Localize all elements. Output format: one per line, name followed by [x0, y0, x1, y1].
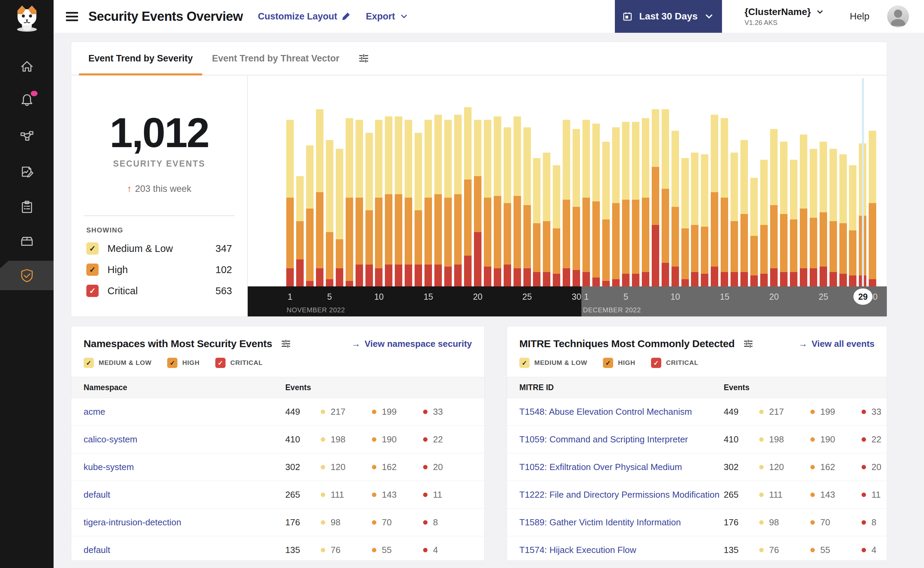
chart-bar-nov-5[interactable] [326, 140, 333, 286]
chart-bar-dec-5[interactable] [622, 122, 630, 286]
chart-bar-nov-7[interactable] [346, 118, 353, 286]
medium_low-checkbox[interactable]: ✓ [84, 358, 94, 368]
chart-bar-nov-24[interactable] [514, 116, 521, 286]
filter-medium_low[interactable]: ✓MEDIUM & LOW [84, 358, 152, 368]
chart-bar-nov-25[interactable] [523, 127, 531, 286]
chart-bar-dec-24[interactable] [810, 149, 817, 286]
chart-bar-nov-28[interactable] [553, 165, 560, 286]
filter-medium_low[interactable]: ✓MEDIUM & LOW [519, 358, 587, 368]
chart-bar-nov-9[interactable] [365, 133, 373, 286]
chart-bar-dec-14[interactable] [711, 115, 718, 286]
row-link[interactable]: T1589: Gather Victim Identity Informatio… [507, 517, 681, 528]
chart-bar-dec-9[interactable] [662, 109, 669, 286]
current-day-badge[interactable]: 29 [853, 289, 873, 305]
chart-bar-nov-19[interactable] [464, 107, 472, 286]
chart-bar-dec-10[interactable] [671, 131, 679, 286]
chart-bar-dec-4[interactable] [612, 127, 620, 286]
chart-bar-dec-18[interactable] [750, 178, 758, 286]
chart-bar-nov-3[interactable] [306, 145, 314, 286]
chart-bar-dec-12[interactable] [691, 153, 698, 286]
chart-bar-dec-6[interactable] [632, 122, 639, 286]
hamburger-menu-icon[interactable] [66, 10, 78, 23]
filter-critical[interactable]: ✓CRITICAL [215, 358, 263, 368]
chart-bar-nov-15[interactable] [425, 120, 432, 286]
legend-row-high[interactable]: ✓High102 [86, 263, 232, 276]
chart-bar-nov-11[interactable] [385, 116, 392, 286]
help-link[interactable]: Help [850, 11, 870, 22]
tab-event-trend-by-threat-vector[interactable]: Event Trend by Threat Vector [202, 42, 349, 75]
medium_low-checkbox[interactable]: ✓ [519, 358, 529, 368]
export-button[interactable]: Export [366, 11, 409, 22]
chart-bar-nov-13[interactable] [405, 120, 412, 286]
chart-bar-dec-20[interactable] [770, 129, 778, 286]
chart-bar-nov-8[interactable] [356, 120, 363, 286]
chart-bar-dec-25[interactable] [820, 142, 827, 286]
chart-bar-dec-23[interactable] [800, 134, 807, 286]
cluster-selector[interactable]: {ClusterName} V1.26 AKS [745, 6, 825, 27]
row-link[interactable]: T1059: Command and Scripting Interpreter [507, 434, 688, 445]
chart-bar-nov-17[interactable] [444, 120, 452, 286]
filter-high[interactable]: ✓HIGH [167, 358, 200, 368]
row-link[interactable]: kube-system [71, 462, 134, 473]
row-link[interactable]: default [71, 489, 110, 500]
critical-checkbox[interactable]: ✓ [651, 358, 661, 368]
calico-cat-logo[interactable] [13, 3, 41, 32]
tab-event-trend-by-severity[interactable]: Event Trend by Severity [79, 42, 202, 75]
view-namespace-security-link[interactable]: → View namespace security [351, 338, 472, 349]
chart-bar-nov-21[interactable] [484, 120, 491, 286]
sidebar-item-service-graph[interactable] [0, 121, 54, 151]
filter-high[interactable]: ✓HIGH [603, 358, 635, 368]
chart-settings-sliders-icon[interactable] [358, 53, 369, 64]
chart-bar-nov-6[interactable] [336, 149, 343, 286]
customize-layout-button[interactable]: Customize Layout [258, 11, 351, 22]
chart-bar-nov-14[interactable] [415, 133, 422, 286]
sidebar-item-threat-defense[interactable] [0, 261, 54, 290]
chart-bar-nov-16[interactable] [434, 115, 442, 286]
chart-bar-dec-27[interactable] [840, 154, 847, 286]
sidebar-item-compliance[interactable] [0, 192, 54, 222]
date-range-button[interactable]: Last 30 Days [615, 0, 722, 33]
high-checkbox[interactable]: ✓ [86, 263, 99, 276]
row-link[interactable]: T1548: Abuse Elevation Control Mechanism [507, 406, 692, 417]
chart-bar-nov-20[interactable] [474, 120, 481, 286]
legend-row-critical[interactable]: ✓Critical563 [86, 285, 232, 297]
chart-bar-dec-13[interactable] [701, 154, 708, 286]
chart-bar-dec-8[interactable] [652, 109, 659, 286]
medium_low-checkbox[interactable]: ✓ [86, 242, 99, 255]
chart-bar-nov-18[interactable] [454, 115, 462, 286]
chart-bar-nov-22[interactable] [494, 116, 501, 286]
chart-bar-dec-2[interactable] [592, 124, 600, 286]
sidebar-item-home[interactable] [0, 52, 54, 81]
chart-bar-dec-7[interactable] [642, 118, 649, 286]
chart-bar-dec-28[interactable] [849, 165, 856, 286]
high-checkbox[interactable]: ✓ [603, 358, 613, 368]
card-settings-sliders-icon[interactable] [280, 338, 291, 349]
chart-bar-nov-10[interactable] [375, 120, 383, 286]
row-link[interactable]: acme [71, 406, 106, 417]
chart-bar-nov-30[interactable] [573, 129, 580, 286]
critical-checkbox[interactable]: ✓ [86, 285, 99, 297]
user-avatar[interactable] [887, 6, 909, 27]
row-link[interactable]: T1574: Hijack Execution Flow [507, 545, 636, 555]
chart-bar-dec-30[interactable] [869, 131, 876, 286]
chart-bar-nov-4[interactable] [316, 109, 324, 286]
chart-bar-dec-15[interactable] [721, 118, 728, 286]
chart-bar-nov-12[interactable] [395, 116, 402, 286]
sidebar-item-notifications[interactable] [0, 86, 54, 115]
chart-bar-nov-1[interactable] [286, 120, 294, 286]
row-link[interactable]: tigera-intrusion-detection [71, 517, 181, 528]
chart-bar-nov-27[interactable] [543, 153, 550, 286]
x-axis-band[interactable]: 151015202530NOVEMBER 2022151015202530DEC… [248, 286, 887, 316]
chart-bar-dec-19[interactable] [760, 160, 768, 286]
chart-bar-dec-21[interactable] [780, 142, 787, 286]
chart-bar-dec-1[interactable] [582, 120, 590, 286]
chart-bar-nov-29[interactable] [563, 120, 570, 286]
view-all-events-link[interactable]: → View all events [799, 338, 874, 349]
high-checkbox[interactable]: ✓ [167, 358, 178, 368]
sidebar-item-reports[interactable] [0, 157, 54, 186]
legend-row-medium_low[interactable]: ✓Medium & Low347 [86, 242, 232, 255]
chart-bar-dec-17[interactable] [740, 140, 748, 286]
filter-critical[interactable]: ✓CRITICAL [651, 358, 698, 368]
chart-bar-dec-26[interactable] [829, 149, 837, 286]
row-link[interactable]: calico-system [71, 434, 137, 445]
